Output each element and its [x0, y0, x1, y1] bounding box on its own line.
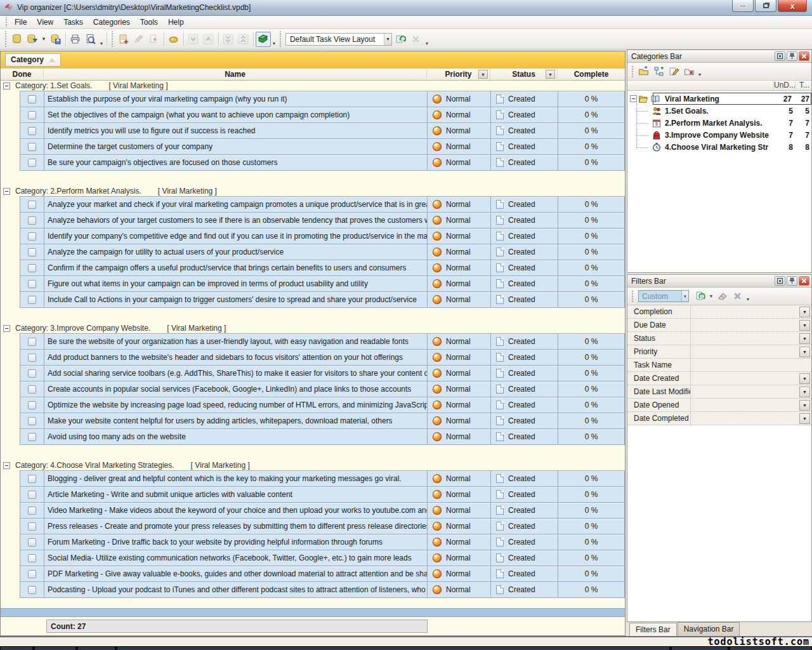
task-row[interactable]: Make your website content helpful for us…: [20, 413, 624, 429]
task-done-checkbox[interactable]: [28, 248, 36, 256]
task-row[interactable]: Analyze the campaign for utility to actu…: [20, 244, 624, 260]
task-done-checkbox[interactable]: [28, 401, 36, 409]
panel-pin-button[interactable]: [787, 51, 797, 61]
new-task-button[interactable]: [116, 32, 131, 47]
task-done-checkbox[interactable]: [28, 264, 36, 272]
filter-value-field[interactable]: [691, 399, 799, 411]
print-preview-button[interactable]: [83, 32, 98, 47]
filters-toolbar-overflow[interactable]: ▾: [745, 296, 751, 305]
tree-item-2-perform-market-analysis[interactable]: 52.Perform Market Analysis.77: [627, 117, 811, 129]
task-done-checkbox[interactable]: [28, 369, 36, 378]
column-header-priority[interactable]: Priority ▼: [427, 69, 490, 80]
task-done-checkbox[interactable]: [28, 491, 36, 499]
filter-value-field[interactable]: [691, 359, 811, 371]
task-row[interactable]: Podcasting - Upload your podcast to iTun…: [20, 582, 624, 598]
collapse-icon[interactable]: [3, 462, 10, 469]
task-row[interactable]: Video Marketing - Make videos about the …: [20, 503, 624, 519]
open-database-button[interactable]: [24, 32, 39, 47]
task-row[interactable]: Establish the purpose of your viral mark…: [20, 91, 624, 107]
task-done-checkbox[interactable]: [28, 538, 36, 547]
tree-item-viral-marketing[interactable]: Viral Marketing2727: [627, 93, 811, 105]
column-header-name[interactable]: Name: [44, 69, 427, 80]
filter-value-dropdown[interactable]: ▼: [799, 387, 810, 397]
tree-column-total[interactable]: T...: [795, 81, 811, 90]
task-row[interactable]: Forum Marketing - Drive traffic back to …: [20, 534, 624, 550]
task-row[interactable]: Identify your company's competitive edge…: [20, 229, 624, 244]
priority-filter-dropdown[interactable]: ▼: [478, 70, 488, 79]
taskbar-item[interactable]: [77, 646, 115, 650]
task-row[interactable]: Optimize the website by increasing page …: [20, 397, 624, 413]
filter-value-dropdown[interactable]: ▼: [799, 307, 810, 317]
panel-pin-button[interactable]: [787, 276, 797, 286]
column-header-status[interactable]: Status ▼: [490, 69, 558, 80]
task-row[interactable]: Add product banners to the website's hea…: [20, 350, 624, 366]
task-row[interactable]: Add social sharing service toolbars (e.g…: [20, 366, 624, 381]
taskbar-item[interactable]: [730, 646, 812, 650]
filter-value-field[interactable]: [691, 305, 799, 318]
task-done-checkbox[interactable]: [28, 159, 36, 167]
task-row[interactable]: Confirm if the campaign offers a useful …: [20, 260, 624, 276]
print-button[interactable]: [68, 32, 83, 47]
filter-value-field[interactable]: [691, 412, 799, 425]
task-done-checkbox[interactable]: [28, 201, 36, 209]
status-filter-dropdown[interactable]: ▼: [546, 70, 555, 79]
task-row[interactable]: Be sure the website of your organization…: [20, 334, 624, 350]
task-row[interactable]: Be sure your campaign's objectives are f…: [20, 155, 624, 171]
taskbar-item[interactable]: [0, 646, 33, 650]
collapse-icon[interactable]: [3, 188, 10, 195]
filter-value-dropdown[interactable]: ▼: [799, 400, 810, 411]
column-header-done[interactable]: Done: [1, 69, 44, 80]
column-header-complete[interactable]: Complete: [558, 69, 625, 80]
category-group-row[interactable]: Category: 4.Choose Viral Marketing Strat…: [1, 460, 625, 470]
task-done-checkbox[interactable]: [28, 232, 36, 241]
new-category-button[interactable]: [636, 64, 651, 79]
panel-undock-button[interactable]: [775, 276, 785, 286]
filter-value-field[interactable]: [691, 319, 799, 331]
task-done-checkbox[interactable]: [28, 143, 36, 151]
task-row[interactable]: Figure out what items in your campaign c…: [20, 276, 624, 292]
task-done-checkbox[interactable]: [28, 554, 36, 562]
restore-button[interactable]: [755, 0, 776, 12]
clear-filter-button[interactable]: [714, 289, 730, 304]
tab-navigation-bar[interactable]: Navigation Bar: [678, 622, 740, 636]
task-row[interactable]: Create accounts in popular social servic…: [20, 381, 624, 397]
apply-layout-button[interactable]: [393, 32, 409, 47]
taskbar-item[interactable]: [34, 646, 76, 650]
filter-value-dropdown[interactable]: ▼: [799, 373, 810, 384]
tree-column-undone[interactable]: UnD...: [773, 81, 795, 90]
category-group-row[interactable]: Category: 2.Perform Market Analysis.[ Vi…: [1, 186, 625, 196]
task-done-checkbox[interactable]: [28, 586, 36, 594]
task-row[interactable]: Blogging - deliver great and helpful con…: [20, 471, 624, 487]
filter-preset-combobox[interactable]: Custom ▼: [638, 290, 689, 302]
edit-category-button[interactable]: [666, 64, 681, 79]
taskbar-item[interactable]: [671, 646, 728, 650]
delete-category-button[interactable]: [681, 64, 697, 79]
filter-value-dropdown[interactable]: ▼: [799, 333, 810, 344]
save-database-button[interactable]: [48, 32, 63, 47]
view-layout-dropdown[interactable]: ▾: [271, 41, 277, 49]
menu-item-view[interactable]: View: [32, 16, 58, 29]
task-row[interactable]: Set the objectives of the campaign (what…: [20, 107, 624, 123]
sort-category-button[interactable]: Category: [5, 53, 61, 67]
task-done-checkbox[interactable]: [28, 475, 36, 483]
collapse-icon[interactable]: [3, 325, 10, 332]
tab-filters-bar[interactable]: Filters Bar: [629, 623, 677, 636]
menu-item-tools[interactable]: Tools: [135, 16, 163, 29]
task-done-checkbox[interactable]: [28, 433, 36, 441]
assign-category-button[interactable]: [166, 32, 181, 47]
filter-value-field[interactable]: [691, 385, 799, 398]
task-done-checkbox[interactable]: [28, 296, 36, 304]
task-done-checkbox[interactable]: [28, 507, 36, 515]
combobox-arrow-icon[interactable]: ▼: [681, 291, 688, 302]
task-done-checkbox[interactable]: [28, 216, 36, 225]
tree-item-4-choose-viral-marketing-str[interactable]: 4.Choose Viral Marketing Str88: [627, 141, 811, 153]
task-done-checkbox[interactable]: [28, 111, 36, 119]
task-done-checkbox[interactable]: [28, 95, 36, 103]
menu-item-tasks[interactable]: Tasks: [58, 16, 88, 29]
task-row[interactable]: Identify metrics you will use to figure …: [20, 123, 624, 139]
task-done-checkbox[interactable]: [28, 570, 36, 578]
task-row[interactable]: PDF Marketing - Give away valuable e-boo…: [20, 566, 624, 582]
filter-value-field[interactable]: [691, 332, 799, 345]
filter-value-field[interactable]: [691, 345, 799, 358]
toolbar-overflow-dropdown[interactable]: ▾: [424, 41, 430, 49]
